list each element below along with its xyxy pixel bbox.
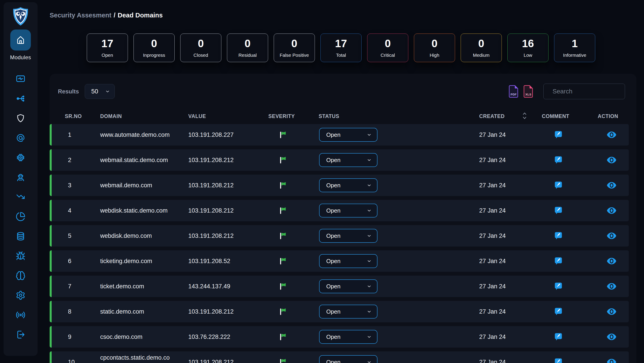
status-select[interactable]: Open [319, 128, 378, 142]
status-select[interactable]: Open [319, 153, 378, 167]
sort-created-button[interactable] [522, 111, 527, 121]
cell-severity [268, 282, 319, 291]
comment-button[interactable] [554, 231, 562, 240]
view-button[interactable] [606, 283, 617, 290]
stat-card[interactable]: 0 Inprogress [134, 33, 175, 62]
sidebar-item-settings[interactable] [16, 290, 26, 300]
owl-shield-logo [12, 7, 29, 26]
sidebar-item-home[interactable] [10, 29, 31, 50]
header-comment: COMMENT [542, 113, 598, 119]
sidebar-item-network[interactable] [16, 94, 26, 103]
export-pdf-button[interactable]: PDF [508, 85, 519, 98]
cell-created: 27 Jan 24 [479, 157, 542, 164]
breadcrumb-current: Dead Domains [118, 12, 162, 19]
sidebar-item-security[interactable] [16, 113, 26, 123]
view-button[interactable] [606, 182, 617, 189]
cell-srno: 2 [50, 157, 100, 164]
cell-created: 27 Jan 24 [479, 207, 542, 214]
stat-card[interactable]: 0 False Positive [274, 33, 315, 62]
status-value: Open [326, 157, 340, 164]
sidebar-item-data[interactable] [16, 231, 26, 241]
stat-card[interactable]: 16 Low [507, 33, 548, 62]
sidebar-item-logout[interactable] [16, 330, 26, 340]
stat-label: Residual [238, 52, 257, 58]
status-select[interactable]: Open [319, 204, 378, 218]
results-per-page-select[interactable]: 50 [85, 84, 115, 99]
status-select[interactable]: Open [319, 254, 378, 268]
comment-button[interactable] [554, 307, 562, 316]
chevron-down-icon [367, 360, 372, 363]
status-value: Open [326, 131, 340, 138]
status-select[interactable]: Open [319, 229, 378, 243]
chevron-down-icon [367, 334, 372, 339]
stat-card[interactable]: 1 Informative [554, 33, 595, 62]
sidebar-item-reports[interactable] [16, 212, 26, 222]
comment-button[interactable] [554, 156, 562, 165]
table-header: SR.NO DOMAIN VALUE SEVERITY STATUS CREAT… [50, 112, 629, 121]
view-button[interactable] [606, 258, 617, 265]
table-row: 5 webdisk.demo.com 103.191.208.212 Open … [50, 225, 629, 247]
status-select[interactable]: Open [319, 305, 378, 319]
stat-card[interactable]: 0 Residual [227, 33, 268, 62]
cell-srno: 6 [50, 258, 100, 265]
stat-card[interactable]: 17 Total [320, 33, 362, 62]
stat-card[interactable]: 0 Medium [461, 33, 502, 62]
chevron-down-icon [367, 208, 372, 213]
view-button[interactable] [606, 156, 617, 164]
status-select[interactable]: Open [319, 330, 378, 344]
cell-status: Open [319, 229, 479, 243]
sidebar-item-email[interactable] [16, 133, 26, 143]
network-tree-icon [16, 94, 26, 103]
view-button[interactable] [606, 207, 617, 214]
stat-value: 1 [572, 37, 578, 50]
comment-button[interactable] [554, 332, 562, 341]
view-button[interactable] [606, 232, 617, 239]
view-button[interactable] [606, 308, 617, 315]
sidebar-item-broadcast[interactable] [16, 310, 26, 320]
comment-button[interactable] [554, 257, 562, 266]
cell-status: Open [319, 279, 479, 293]
brain-icon [16, 271, 26, 281]
logout-icon [16, 330, 26, 340]
cell-domain: www.automate.demo.com [100, 130, 174, 139]
comment-button[interactable] [554, 181, 562, 190]
comment-edit-icon [554, 181, 562, 190]
comment-button[interactable] [554, 358, 562, 363]
export-xls-button[interactable]: XLS [523, 85, 534, 98]
stat-card[interactable]: 17 Open [87, 33, 128, 62]
cell-severity [268, 257, 319, 266]
modules-label: Modules [10, 54, 31, 60]
results-value: 50 [91, 88, 98, 95]
cell-value: 103.191.208.227 [188, 131, 268, 138]
breadcrumb-section[interactable]: Security Assesment [50, 12, 111, 19]
sidebar-item-technology[interactable] [16, 153, 26, 162]
status-select[interactable]: Open [319, 178, 378, 192]
severity-accent-bar [50, 326, 52, 348]
header-domain: DOMAIN [100, 113, 188, 119]
stat-card[interactable]: 0 High [414, 33, 455, 62]
sidebar-item-monitoring[interactable] [16, 74, 26, 84]
stat-card[interactable]: 0 Critical [367, 33, 408, 62]
chevron-down-icon [367, 158, 372, 162]
sidebar-item-intelligence[interactable] [16, 271, 26, 281]
comment-button[interactable] [554, 130, 562, 139]
status-select[interactable]: Open [319, 279, 378, 293]
stats-row: 17 Open 0 Inprogress 0 Closed 0 Residual… [87, 33, 595, 62]
comment-button[interactable] [554, 206, 562, 215]
sidebar-item-vulnerabilities[interactable] [16, 251, 26, 261]
view-button[interactable] [606, 333, 617, 341]
view-button[interactable] [606, 359, 617, 363]
stat-card[interactable]: 0 Closed [180, 33, 222, 62]
cell-created: 27 Jan 24 [479, 182, 542, 189]
table-row: 10 cpcontacts.static.demo.com 103.191.20… [50, 351, 629, 363]
view-button[interactable] [606, 131, 617, 138]
sidebar-item-threat-actor[interactable] [16, 172, 26, 182]
sidebar-nav [16, 74, 26, 340]
cell-status: Open [319, 204, 479, 218]
sidebar-item-risk-trend[interactable] [16, 192, 26, 202]
stat-value: 0 [245, 37, 251, 50]
search-input[interactable] [552, 88, 633, 95]
status-select[interactable]: Open [319, 355, 378, 363]
stat-value: 0 [478, 37, 484, 50]
comment-button[interactable] [554, 282, 562, 291]
